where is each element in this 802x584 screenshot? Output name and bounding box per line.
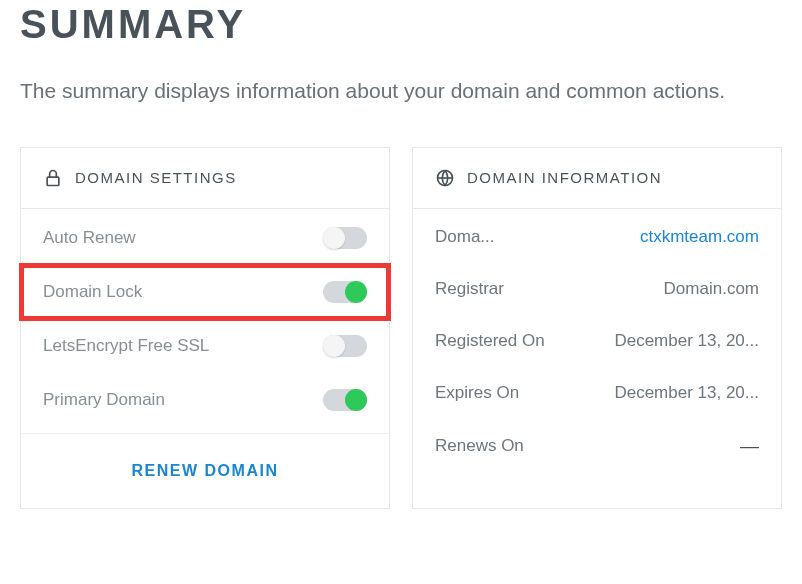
setting-row: Auto Renew (21, 211, 389, 265)
setting-row: Domain Lock (21, 265, 389, 319)
info-row: Registered OnDecember 13, 20... (413, 315, 781, 367)
info-value: December 13, 20... (531, 383, 759, 403)
page-description: The summary displays information about y… (20, 75, 782, 107)
toggle-switch[interactable] (323, 281, 367, 303)
setting-label: Auto Renew (43, 228, 136, 248)
toggle-knob (345, 389, 367, 411)
info-label: Renews On (435, 436, 524, 456)
toggle-knob (323, 227, 345, 249)
info-row: Expires OnDecember 13, 20... (413, 367, 781, 419)
svg-rect-0 (47, 177, 59, 185)
lock-icon (43, 168, 63, 188)
domain-settings-title: DOMAIN SETTINGS (75, 169, 237, 186)
toggle-switch[interactable] (323, 227, 367, 249)
toggle-knob (323, 335, 345, 357)
toggle-switch[interactable] (323, 335, 367, 357)
toggle-switch[interactable] (323, 389, 367, 411)
info-value-link[interactable]: ctxkmteam.com (507, 227, 759, 247)
info-label: Expires On (435, 383, 519, 403)
info-row: RegistrarDomain.com (413, 263, 781, 315)
info-value: December 13, 20... (557, 331, 759, 351)
setting-row: LetsEncrypt Free SSL (21, 319, 389, 373)
setting-row: Primary Domain (21, 373, 389, 427)
page-title: SUMMARY (20, 2, 782, 47)
domain-information-title: DOMAIN INFORMATION (467, 169, 662, 186)
info-label: Doma... (435, 227, 495, 247)
toggle-knob (345, 281, 367, 303)
domain-settings-card: DOMAIN SETTINGS Auto RenewDomain LockLet… (20, 147, 390, 509)
setting-label: LetsEncrypt Free SSL (43, 336, 209, 356)
info-value: — (536, 435, 759, 457)
info-row: Doma...ctxkmteam.com (413, 211, 781, 263)
domain-information-card: DOMAIN INFORMATION Doma...ctxkmteam.comR… (412, 147, 782, 509)
info-row: Renews On— (413, 419, 781, 473)
renew-domain-button[interactable]: RENEW DOMAIN (132, 462, 279, 479)
globe-icon (435, 168, 455, 188)
info-label: Registered On (435, 331, 545, 351)
info-value: Domain.com (516, 279, 759, 299)
setting-label: Primary Domain (43, 390, 165, 410)
info-label: Registrar (435, 279, 504, 299)
domain-settings-header: DOMAIN SETTINGS (21, 148, 389, 209)
setting-label: Domain Lock (43, 282, 142, 302)
domain-information-header: DOMAIN INFORMATION (413, 148, 781, 209)
